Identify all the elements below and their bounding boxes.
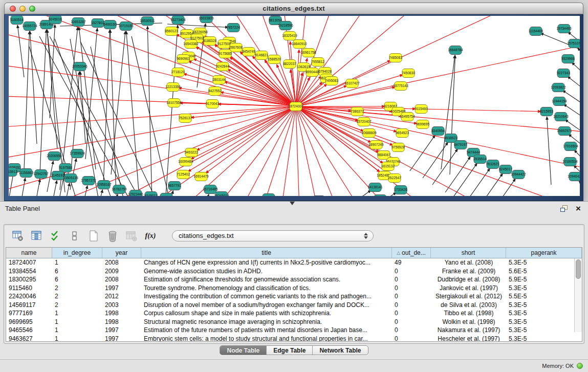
graph-node[interactable]: 9115460 (415, 105, 428, 114)
graph-node[interactable]: 19218596 (278, 21, 293, 30)
graph-node[interactable]: 19245018 (214, 192, 229, 196)
graph-node[interactable]: 12444154 (552, 97, 567, 106)
graph-node[interactable]: 10958167 (96, 181, 112, 189)
graph-node[interactable]: 11154408 (529, 27, 543, 36)
function-builder-button[interactable]: f(x) (144, 229, 157, 243)
graph-node[interactable]: 20531232 (159, 193, 174, 196)
graph-node[interactable]: 8427552 (208, 87, 222, 96)
column-header-title[interactable]: title (141, 248, 392, 258)
graph-node[interactable]: 9329966 (561, 55, 575, 63)
column-settings-button[interactable] (30, 229, 43, 243)
graph-node[interactable]: 15273404 (170, 16, 186, 25)
graph-node[interactable]: 18907249 (368, 141, 384, 149)
graph-node[interactable]: 7386372 (351, 107, 364, 116)
graph-node[interactable]: 2718120 (171, 68, 185, 77)
create-new-table-button[interactable] (87, 229, 100, 243)
graph-node[interactable]: 16782759 (112, 185, 127, 194)
graph-node[interactable]: 1615132 (381, 162, 395, 171)
graph-node[interactable]: 8454749 (242, 48, 255, 56)
graph-node[interactable]: 2935514 (473, 155, 487, 164)
graph-node[interactable]: 7857224 (227, 24, 240, 32)
graph-node[interactable]: 15720407 (356, 118, 372, 126)
column-header-out-de-[interactable]: △out_de... (392, 248, 431, 258)
table-row[interactable]: 977716911998Corpus callosum shape and si… (6, 309, 582, 318)
graph-node[interactable]: 9756928 (391, 143, 405, 152)
graph-node[interactable]: 10944422 (511, 170, 526, 179)
graph-node[interactable]: 1145193 (51, 171, 64, 180)
table-select-dropdown[interactable]: citations_edges.txt (172, 230, 374, 242)
graph-node[interactable]: 9699695 (416, 120, 429, 129)
graph-node[interactable]: 10946422 (568, 172, 580, 181)
table-row[interactable]: 1830029562008Estimation of significance … (6, 275, 582, 284)
graph-node[interactable]: 7495083 (325, 77, 338, 85)
vertical-scrollbar[interactable] (574, 258, 582, 332)
graph-node[interactable]: 9245016 (49, 16, 62, 24)
close-panel-icon[interactable]: × (576, 205, 581, 212)
table-row[interactable]: 1938455462009Genome-wide association stu… (6, 267, 582, 276)
scrollbar-thumb[interactable] (576, 259, 581, 279)
show-rows-button[interactable] (68, 229, 81, 243)
graph-node[interactable]: 17957272 (81, 177, 96, 185)
float-panel-icon[interactable] (560, 205, 569, 212)
graph-node[interactable]: 10719155 (118, 22, 134, 31)
graph-node[interactable]: 1588520 (268, 55, 281, 64)
graph-node[interactable]: 8245017 (499, 165, 512, 174)
graph-node[interactable]: 11156863 (19, 169, 34, 178)
graph-node[interactable]: 13505135 (63, 174, 78, 183)
graph-node[interactable]: 16648784 (448, 46, 463, 55)
graph-node[interactable]: 16210643 (553, 113, 569, 121)
close-window-button[interactable] (10, 6, 16, 12)
graph-node[interactable]: 9197588 (59, 164, 72, 172)
minimize-window-button[interactable] (19, 6, 26, 12)
table-row[interactable]: 1456911722003Disruption of a novel membe… (6, 301, 582, 310)
delete-table-button[interactable] (106, 229, 119, 243)
table-row[interactable]: 1872400712008Changes of HCN gene express… (6, 258, 582, 267)
graph-node[interactable]: 9654923 (396, 129, 409, 138)
network-canvas[interactable]: 5160514140557242089140692450161065328715… (9, 16, 580, 196)
graph-node[interactable]: 12213359 (165, 83, 181, 92)
graph-node[interactable]: 16543382 (183, 40, 199, 49)
graph-node[interactable]: 2522547 (388, 174, 401, 183)
graph-node[interactable]: 8186328 (203, 37, 216, 46)
table-row[interactable]: 911546021997Tourette syndrome. Phenomeno… (6, 284, 582, 293)
graph-node[interactable]: 1527802 (91, 19, 104, 28)
column-header-short[interactable]: short (431, 248, 506, 258)
column-header-pagerank[interactable]: pagerank (506, 248, 582, 258)
graph-node[interactable]: 20206556 (47, 152, 62, 161)
graph-node[interactable]: 16099484 (178, 158, 193, 166)
graph-node[interactable]: 2803144 (212, 76, 226, 84)
graph-node[interactable]: 6479197 (454, 141, 467, 149)
graph-node[interactable]: 16409224 (373, 195, 388, 196)
column-header-in-degree[interactable]: in_degree (52, 248, 102, 258)
graph-node[interactable]: 8822037 (283, 60, 296, 69)
graph-node[interactable]: 8560123 (165, 27, 178, 36)
graph-node[interactable]: 7526137 (179, 114, 192, 123)
graph-node[interactable]: 18775143 (393, 82, 408, 91)
graph-node[interactable]: 12093822 (551, 83, 566, 92)
graph-node[interactable]: 9242844 (216, 62, 229, 71)
graph-node[interactable]: 5160514 (10, 16, 24, 25)
graph-node[interactable]: 3915913 (9, 168, 17, 177)
graph-node[interactable]: 2867608 (229, 43, 243, 52)
graph-node[interactable]: 17016504 (563, 142, 578, 151)
graph-node[interactable]: 9245013 (144, 192, 158, 196)
graph-node[interactable]: 15716485 (203, 185, 218, 194)
graph-node[interactable]: 9657791 (168, 182, 181, 190)
graph-node[interactable]: 14138141 (367, 183, 383, 192)
graph-node[interactable]: 16914479 (193, 172, 209, 181)
graph-node[interactable]: 15692971 (557, 127, 572, 136)
graph-node[interactable]: 17359924 (70, 149, 85, 158)
graph-node[interactable]: 12923446 (128, 190, 143, 196)
graph-node[interactable]: 8990448 (306, 68, 319, 77)
graph-node[interactable]: 10653287 (71, 18, 86, 27)
graph-node[interactable]: 16495754 (400, 113, 415, 121)
zoom-window-button[interactable] (29, 6, 35, 12)
table-row[interactable]: 946362711997Embryonic stem cells: a mode… (6, 335, 582, 342)
table-row[interactable]: 2242004622012Investigating the contribut… (6, 292, 582, 301)
graph-node[interactable]: 7955812 (311, 58, 324, 67)
window-titlebar[interactable]: citations_edges.txt (4, 3, 583, 14)
graph-node[interactable]: 9493222 (185, 148, 198, 157)
table-row[interactable]: 946554611997Estimation of the future num… (6, 326, 582, 335)
graph-node[interactable]: 16161095 (261, 194, 276, 196)
graph-node[interactable]: 7450830 (402, 69, 415, 78)
